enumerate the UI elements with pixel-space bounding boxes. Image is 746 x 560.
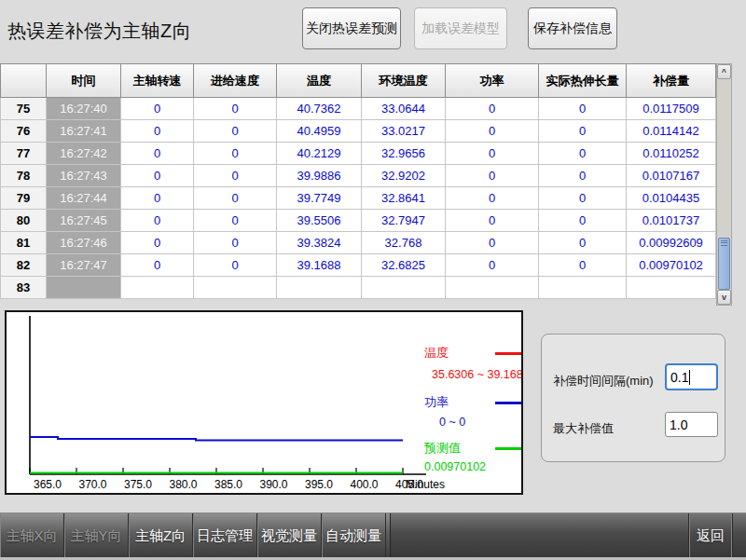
legend-item: 功率 bbox=[424, 394, 523, 411]
table-row[interactable]: 83 bbox=[0, 277, 716, 299]
x-tick-label: 365.0 bbox=[27, 478, 68, 491]
data-cell: 0.0117509 bbox=[627, 98, 716, 120]
legend-series-value: 0.00970102 bbox=[424, 460, 486, 473]
x-tick-label: 385.0 bbox=[208, 478, 249, 491]
data-cell: 32.6825 bbox=[362, 254, 446, 277]
column-header bbox=[0, 63, 47, 98]
x-axis-unit-label: Minutes bbox=[406, 478, 445, 491]
scroll-up-icon[interactable]: ^ bbox=[717, 64, 731, 79]
data-cell: 0 bbox=[539, 165, 627, 187]
data-cell: 0 bbox=[194, 120, 277, 143]
compensation-settings-panel: 补偿时间间隔(min) 0.1 最大补偿值 1.0 bbox=[541, 334, 725, 462]
data-cell: 32.8641 bbox=[362, 187, 446, 210]
data-cell: 0 bbox=[194, 210, 277, 232]
nav-spindle-z[interactable]: 主轴Z向 bbox=[129, 513, 193, 558]
data-cell: 0 bbox=[446, 98, 539, 120]
legend-series-name: 温度 bbox=[424, 345, 449, 362]
x-tick-label: 395.0 bbox=[298, 478, 339, 491]
nav-log-management[interactable]: 日志管理 bbox=[193, 513, 257, 558]
row-index-cell: 83 bbox=[0, 277, 47, 299]
table-row[interactable]: 7616:27:410040.495933.0217000.0114142 bbox=[0, 120, 716, 143]
data-cell: 0 bbox=[121, 210, 194, 232]
data-cell: 0 bbox=[539, 210, 627, 232]
column-header: 实际热伸长量 bbox=[539, 63, 627, 98]
time-cell: 16:27:47 bbox=[47, 254, 121, 277]
data-cell: 0.0110252 bbox=[627, 143, 716, 165]
page-title: 热误差补偿为主轴Z向 bbox=[7, 19, 191, 44]
data-cell: 32.9202 bbox=[362, 165, 446, 187]
column-header: 主轴转速 bbox=[121, 63, 194, 98]
column-header: 补偿量 bbox=[627, 63, 716, 98]
table-row[interactable]: 8016:27:450039.550632.7947000.0101737 bbox=[0, 210, 716, 232]
time-cell: 16:27:42 bbox=[47, 143, 121, 165]
legend-line-swatch-icon bbox=[495, 352, 523, 355]
table-row[interactable]: 7716:27:420040.212932.9656000.0110252 bbox=[0, 143, 716, 165]
data-cell: 0.0101737 bbox=[627, 210, 716, 232]
data-cell: 0 bbox=[539, 232, 627, 254]
time-cell: 16:27:41 bbox=[47, 120, 121, 143]
data-cell: 32.768 bbox=[362, 232, 446, 254]
data-cell: 39.1688 bbox=[277, 254, 362, 277]
table-row[interactable]: 7516:27:400040.736233.0644000.0117509 bbox=[0, 98, 716, 120]
scrollbar-thumb[interactable] bbox=[718, 238, 730, 290]
close-thermal-error-prediction-button[interactable]: 关闭热误差预测 bbox=[302, 7, 401, 49]
time-cell bbox=[47, 277, 121, 299]
legend-series-value: 0 ~ 0 bbox=[439, 416, 465, 429]
row-index-cell: 77 bbox=[0, 143, 47, 165]
interval-value: 0.1 bbox=[670, 370, 688, 385]
table-row[interactable]: 8216:27:470039.168832.6825000.00970102 bbox=[0, 254, 716, 277]
data-cell: 0.0107167 bbox=[627, 165, 716, 187]
data-cell: 0.0104435 bbox=[627, 187, 716, 210]
scroll-down-icon[interactable]: v bbox=[717, 290, 731, 305]
data-cell: 0 bbox=[121, 232, 194, 254]
data-cell: 0 bbox=[539, 98, 627, 120]
max-compensation-label: 最大补偿值 bbox=[553, 420, 614, 437]
row-index-cell: 81 bbox=[0, 232, 47, 254]
text-caret bbox=[689, 370, 690, 385]
data-cell: 0 bbox=[121, 98, 194, 120]
x-tick-label: 390.0 bbox=[254, 478, 295, 491]
nav-spindle-x: 主轴X向 bbox=[0, 513, 64, 558]
data-cell bbox=[277, 277, 362, 299]
nav-visual-measure[interactable]: 视觉测量 bbox=[257, 513, 322, 558]
data-cell: 0 bbox=[194, 232, 277, 254]
legend-line-swatch-icon bbox=[495, 447, 523, 450]
data-cell: 0 bbox=[446, 232, 539, 254]
data-cell: 0 bbox=[446, 120, 539, 143]
interval-label: 补偿时间间隔(min) bbox=[553, 373, 654, 389]
data-cell: 39.5506 bbox=[277, 210, 362, 232]
legend-series-name: 功率 bbox=[424, 394, 449, 411]
data-cell: 0 bbox=[539, 120, 627, 143]
data-cell: 0.00992609 bbox=[627, 232, 716, 254]
data-cell: 0 bbox=[194, 165, 277, 187]
data-cell: 0 bbox=[194, 254, 277, 277]
table-row[interactable]: 7816:27:430039.988632.9202000.0107167 bbox=[0, 165, 716, 187]
table-row[interactable]: 8116:27:460039.382432.768000.00992609 bbox=[0, 232, 716, 254]
data-cell: 0 bbox=[121, 165, 194, 187]
row-index-cell: 79 bbox=[0, 187, 47, 210]
row-index-cell: 75 bbox=[0, 98, 47, 120]
table-scrollbar[interactable]: ^ v bbox=[716, 63, 732, 306]
legend-item: 预测值 bbox=[424, 440, 523, 457]
table-row[interactable]: 7916:27:440039.774932.8641000.0104435 bbox=[0, 187, 716, 210]
nav-auto-measure[interactable]: 自动测量 bbox=[322, 513, 386, 558]
thumb-grip-icon bbox=[719, 240, 729, 246]
data-cell: 0 bbox=[446, 143, 539, 165]
data-cell: 0.00970102 bbox=[627, 254, 716, 277]
max-compensation-input[interactable]: 1.0 bbox=[665, 412, 718, 437]
column-header: 功率 bbox=[446, 63, 539, 98]
time-cell: 16:27:45 bbox=[47, 210, 121, 232]
data-cell: 39.9886 bbox=[277, 165, 362, 187]
data-cell: 33.0217 bbox=[362, 120, 446, 143]
data-cell: 0 bbox=[121, 187, 194, 210]
back-button[interactable]: 返回 bbox=[688, 513, 733, 558]
data-cell bbox=[194, 277, 277, 299]
data-cell: 40.2129 bbox=[277, 143, 362, 165]
save-compensation-info-button[interactable]: 保存补偿信息 bbox=[528, 7, 617, 49]
data-cell: 0 bbox=[446, 210, 539, 232]
data-cell: 0 bbox=[539, 143, 627, 165]
interval-input[interactable]: 0.1 bbox=[665, 363, 718, 390]
row-index-cell: 78 bbox=[0, 165, 47, 187]
data-cell: 0 bbox=[446, 187, 539, 210]
table-body: 7516:27:400040.736233.0644000.0117509761… bbox=[0, 98, 716, 299]
